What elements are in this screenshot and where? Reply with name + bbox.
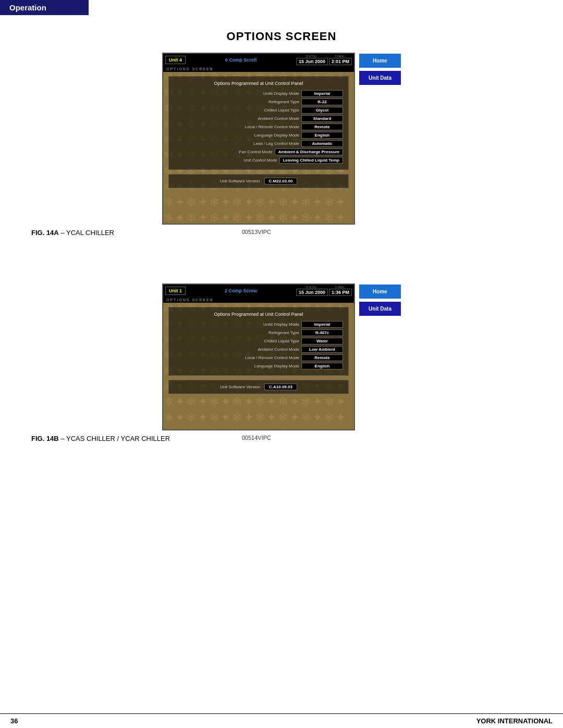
time-section-a: TIME: 2:01 PM <box>329 55 352 65</box>
option-value: Leaving Chilled Liquid Temp <box>279 157 343 164</box>
option-label: Refrigerant Type <box>174 100 301 104</box>
option-row: Chilled Liquid TypeWater <box>174 338 343 344</box>
option-row: Language Display ModeEnglish <box>174 132 343 139</box>
option-value: R-407c <box>301 329 343 336</box>
footer: 36 YORK INTERNATIONAL <box>0 713 563 728</box>
option-row: Refrigerant TypeR-22 <box>174 98 343 105</box>
options-rows-b: Units Display ModeImperialRefrigerant Ty… <box>174 321 343 369</box>
option-value: Imperial <box>301 90 343 97</box>
option-value: R-22 <box>301 98 343 105</box>
screen-top-bar-b: Unit 1 2 Comp Screw DATE: 15 Jun 2000 TI… <box>163 285 354 297</box>
date-time-b: DATE: 15 Jun 2000 TIME: 1:36 PM <box>296 286 352 296</box>
option-row: Units Display ModeImperial <box>174 90 343 97</box>
panel-title-b: Options Programmed at Unit Control Panel <box>174 312 343 317</box>
option-row: Ambient Control ModeLow Ambient <box>174 346 343 353</box>
bottom-spacer-b <box>163 398 354 429</box>
option-label: Refrigerant Type <box>174 330 301 335</box>
caption-area-a: FIG. 14A – YCAL CHILLER 00513VIPC <box>31 229 271 237</box>
option-label: Unit Control Mode <box>174 158 279 163</box>
caption-area-b: FIG. 14B – YCAS CHILLER / YCAR CHILLER 0… <box>31 435 271 442</box>
page-title: OPTIONS SCREEN <box>31 30 532 43</box>
screen-top-bar-a: Unit 4 6 Comp Scroll DATE: 15 Jun 2000 T… <box>163 54 354 66</box>
version-panel-b: Unit Software Version C.A10.09.03 <box>168 380 349 394</box>
options-rows-a: Units Display ModeImperialRefrigerant Ty… <box>174 90 343 164</box>
option-value: English <box>301 132 343 139</box>
option-label: Local / Remote Control Mode <box>174 355 301 360</box>
date-value-b: 15 Jun 2000 <box>296 289 328 296</box>
option-label: Units Display Mode <box>174 322 301 327</box>
option-row: Local / Remote Control ModeRemote <box>174 124 343 130</box>
comp-scroll-b: 2 Comp Screw <box>187 287 295 294</box>
chiller-screen-a: ❄✦❄✦❄✦❄✦❄✦❄✦❄✦❄✦❄✦❄✦❄✦❄✦❄✦❄✦❄✦❄✦❄✦❄✦❄✦❄✦… <box>162 53 355 225</box>
option-label: Ambient Control Mode <box>174 116 301 121</box>
option-label: Local / Remote Control Mode <box>174 125 301 129</box>
option-value: English <box>301 363 343 369</box>
header-label: Operation <box>9 3 46 12</box>
option-label: Language Display Mode <box>174 364 301 368</box>
version-label-b: Unit Software Version <box>220 385 260 389</box>
option-value: Standard <box>301 115 343 122</box>
options-screen-label-b: OPTIONS SCREEN <box>163 297 354 303</box>
time-section-b: TIME: 1:36 PM <box>329 286 352 296</box>
option-value: Ambient & Discharge Pressure <box>275 149 343 155</box>
option-value: Low Ambient <box>301 346 343 353</box>
version-value-b: C.A10.09.03 <box>264 384 297 390</box>
option-label: Language Display Mode <box>174 133 301 138</box>
panel-title-a: Options Programmed at Unit Control Panel <box>174 81 343 86</box>
option-value: Remote <box>301 124 343 130</box>
side-buttons-a: Home Unit Data <box>359 53 401 85</box>
fig-caption-a: FIG. 14A – YCAL CHILLER <box>31 229 114 237</box>
option-value: Glycol <box>301 107 343 114</box>
fig-number-b: 00514VIPC <box>242 435 271 442</box>
header-bar: Operation <box>0 0 89 15</box>
comp-scroll-a: 6 Comp Scroll <box>187 56 295 64</box>
option-value: Automatic <box>301 140 343 147</box>
unit-label-a: Unit 4 <box>165 56 186 64</box>
unit-data-button-a[interactable]: Unit Data <box>359 71 401 85</box>
fig-number-a: 00513VIPC <box>242 229 271 237</box>
fig-caption-bold-a: FIG. 14A <box>31 229 59 237</box>
fig-caption-suffix-b: – YCAS CHILLER / YCAR CHILLER <box>60 435 170 442</box>
inner-panel-b: Options Programmed at Unit Control Panel… <box>168 307 349 376</box>
date-value-a: 15 Jun 2000 <box>296 58 328 65</box>
page-number: 36 <box>10 717 18 725</box>
figure-14b: ❄✦❄✦❄✦❄✦❄✦❄✦❄✦❄✦❄✦❄✦❄✦❄✦❄✦❄✦❄✦❄✦❄✦❄✦❄✦❄✦… <box>31 283 532 442</box>
side-buttons-b: Home Unit Data <box>359 283 401 316</box>
fig-caption-b: FIG. 14B – YCAS CHILLER / YCAR CHILLER <box>31 435 170 442</box>
option-label: Chilled Liquid Type <box>174 108 301 113</box>
option-value: Water <box>301 338 343 344</box>
date-section-b: DATE: 15 Jun 2000 <box>296 286 328 296</box>
option-value: Imperial <box>301 321 343 328</box>
unit-data-button-b[interactable]: Unit Data <box>359 302 401 316</box>
chiller-screen-b: ❄✦❄✦❄✦❄✦❄✦❄✦❄✦❄✦❄✦❄✦❄✦❄✦❄✦❄✦❄✦❄✦❄✦❄✦❄✦❄✦… <box>162 283 355 430</box>
fig-spacer <box>31 257 532 283</box>
option-row: Ambient Control ModeStandard <box>174 115 343 122</box>
inner-panel-a: Options Programmed at Unit Control Panel… <box>168 76 349 170</box>
fig-caption-bold-b: FIG. 14B <box>31 435 59 442</box>
time-value-a: 2:01 PM <box>329 58 352 65</box>
version-panel-a: Unit Software Version C.M22.03.00 <box>168 174 349 188</box>
option-label: Chilled Liquid Type <box>174 339 301 343</box>
fig-caption-suffix-a: – YCAL CHILLER <box>60 229 114 237</box>
figure-14a: ❄✦❄✦❄✦❄✦❄✦❄✦❄✦❄✦❄✦❄✦❄✦❄✦❄✦❄✦❄✦❄✦❄✦❄✦❄✦❄✦… <box>31 53 532 237</box>
option-row: Local / Remote Control ModeRemote <box>174 354 343 361</box>
option-row: Units Display ModeImperial <box>174 321 343 328</box>
options-screen-label-a: OPTIONS SCREEN <box>163 66 354 72</box>
date-time-a: DATE: 15 Jun 2000 TIME: 2:01 PM <box>296 55 352 65</box>
option-row: Unit Control ModeLeaving Chilled Liquid … <box>174 157 343 164</box>
option-label: Ambient Control Mode <box>174 347 301 352</box>
option-row: Refrigerant TypeR-407c <box>174 329 343 336</box>
option-label: Fan Control Mode <box>174 150 275 154</box>
option-label: Units Display Mode <box>174 91 301 96</box>
option-label: Lead / Lag Control Mode <box>174 141 301 146</box>
option-row: Language Display ModeEnglish <box>174 363 343 369</box>
time-value-b: 1:36 PM <box>329 289 352 296</box>
version-label-a: Unit Software Version <box>220 179 260 183</box>
unit-label-b: Unit 1 <box>165 287 186 295</box>
home-button-a[interactable]: Home <box>359 54 401 68</box>
option-value: Remote <box>301 354 343 361</box>
date-section-a: DATE: 15 Jun 2000 <box>296 55 328 65</box>
version-value-a: C.M22.03.00 <box>264 178 298 184</box>
option-row: Lead / Lag Control ModeAutomatic <box>174 140 343 147</box>
home-button-b[interactable]: Home <box>359 285 401 299</box>
